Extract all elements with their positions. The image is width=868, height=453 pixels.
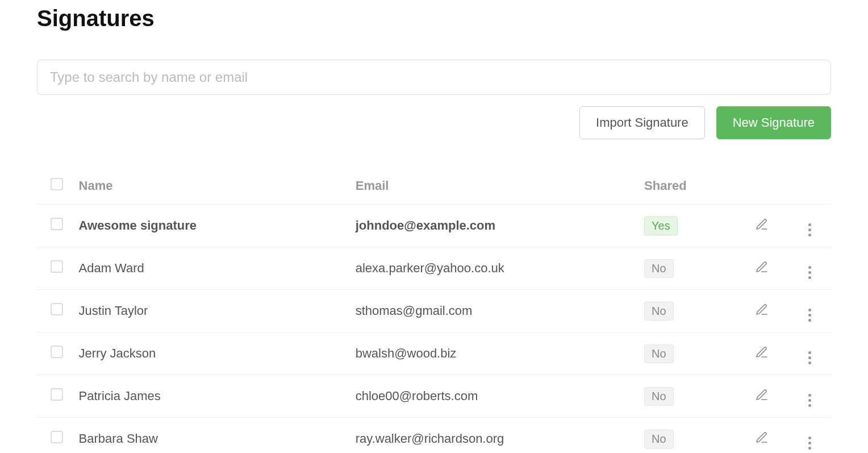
more-menu-icon[interactable]: [808, 309, 811, 322]
column-header-shared[interactable]: Shared: [639, 168, 735, 205]
row-checkbox[interactable]: [51, 218, 63, 230]
row-checkbox[interactable]: [51, 431, 63, 443]
row-name: Barbara Shaw: [73, 418, 350, 454]
new-signature-button[interactable]: New Signature: [716, 106, 831, 139]
select-all-checkbox[interactable]: [51, 178, 63, 190]
more-menu-icon[interactable]: [808, 394, 811, 407]
shared-badge: No: [644, 387, 674, 406]
row-email: ray.walker@richardson.org: [350, 418, 639, 454]
column-header-name[interactable]: Name: [73, 168, 350, 205]
row-checkbox[interactable]: [51, 346, 63, 358]
more-menu-icon[interactable]: [808, 223, 811, 236]
table-row: Awesome signature johndoe@example.com Ye…: [37, 205, 831, 247]
shared-badge: No: [644, 344, 674, 363]
edit-icon[interactable]: [754, 302, 770, 318]
import-signature-button[interactable]: Import Signature: [579, 106, 705, 139]
row-checkbox[interactable]: [51, 388, 63, 401]
edit-icon[interactable]: [754, 217, 770, 232]
shared-badge: Yes: [644, 217, 678, 235]
more-menu-icon[interactable]: [808, 266, 811, 279]
page-title: Signatures: [37, 6, 831, 31]
table-row: Barbara Shaw ray.walker@richardson.org N…: [37, 418, 831, 454]
row-name: Adam Ward: [73, 247, 350, 290]
row-name: Awesome signature: [73, 205, 350, 247]
search-input[interactable]: [37, 60, 831, 95]
row-name: Jerry Jackson: [73, 333, 350, 375]
edit-icon[interactable]: [754, 387, 770, 403]
more-menu-icon[interactable]: [808, 351, 811, 364]
row-email: bwalsh@wood.biz: [350, 333, 639, 375]
row-name: Patricia James: [73, 375, 350, 418]
column-header-email[interactable]: Email: [350, 168, 639, 205]
row-email: sthomas@gmail.com: [350, 290, 639, 333]
row-checkbox[interactable]: [51, 303, 63, 315]
edit-icon[interactable]: [754, 259, 770, 275]
row-email: chloe00@roberts.com: [350, 375, 639, 418]
row-email: johndoe@example.com: [350, 205, 639, 247]
table-header-row: Name Email Shared: [37, 168, 831, 205]
table-row: Justin Taylor sthomas@gmail.com No: [37, 290, 831, 333]
table-row: Jerry Jackson bwalsh@wood.biz No: [37, 333, 831, 375]
edit-icon[interactable]: [754, 344, 770, 360]
table-row: Patricia James chloe00@roberts.com No: [37, 375, 831, 418]
shared-badge: No: [644, 259, 674, 278]
shared-badge: No: [644, 302, 674, 321]
row-email: alexa.parker@yahoo.co.uk: [350, 247, 639, 290]
edit-icon[interactable]: [754, 430, 770, 446]
toolbar: Import Signature New Signature: [37, 106, 831, 139]
row-checkbox[interactable]: [51, 260, 63, 273]
shared-badge: No: [644, 430, 674, 448]
signatures-table: Name Email Shared Awesome signature john…: [37, 168, 831, 453]
row-name: Justin Taylor: [73, 290, 350, 333]
more-menu-icon[interactable]: [808, 437, 811, 450]
table-row: Adam Ward alexa.parker@yahoo.co.uk No: [37, 247, 831, 290]
